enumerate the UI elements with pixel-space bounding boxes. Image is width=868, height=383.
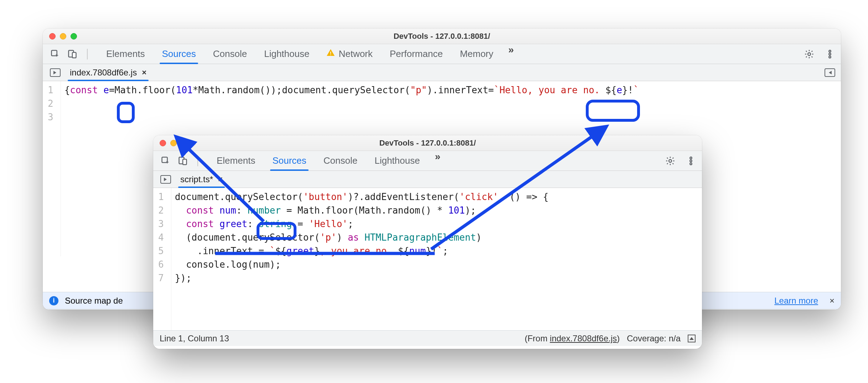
tab-lighthouse[interactable]: Lighthouse (366, 151, 428, 170)
svg-point-12 (669, 159, 672, 162)
file-tabbar-front: script.ts* × (153, 171, 702, 188)
infobar-text: Source map de (65, 296, 123, 306)
svg-point-6 (829, 50, 831, 52)
gutter: 1 2 3 4 5 6 7 (153, 188, 171, 330)
traffic-min-icon[interactable] (170, 140, 177, 146)
close-file-icon[interactable]: × (142, 68, 146, 77)
file-tabbar-back: index.7808df6e.js × (43, 64, 841, 81)
settings-icon[interactable] (665, 156, 676, 166)
infobar-close-icon[interactable]: × (830, 296, 835, 306)
svg-point-15 (690, 163, 692, 164)
window-title: DevTools - 127.0.0.1:8081/ (153, 138, 702, 148)
file-tab-indexjs[interactable]: index.7808df6e.js × (68, 64, 148, 81)
code-content-front[interactable]: document.querySelector('button')?.addEve… (171, 188, 552, 330)
traffic-zoom-icon[interactable] (181, 140, 187, 146)
svg-point-8 (829, 56, 831, 58)
more-tabs-icon[interactable]: » (502, 44, 519, 64)
from-link[interactable]: index.7808df6e.js (550, 334, 617, 343)
navigator-toggle-icon[interactable] (160, 175, 171, 184)
tab-console[interactable]: Console (205, 44, 255, 64)
svg-point-7 (829, 53, 831, 55)
var-num: num (219, 205, 236, 216)
tab-console[interactable]: Console (315, 151, 366, 170)
tab-sources[interactable]: Sources (153, 44, 204, 64)
console-drawer-toggle-icon[interactable] (688, 335, 696, 342)
traffic-close-icon[interactable] (49, 33, 56, 40)
svg-rect-3 (330, 52, 331, 54)
warning-icon (326, 48, 335, 59)
window-title: DevTools - 127.0.0.1:8081/ (43, 32, 841, 41)
tab-elements[interactable]: Elements (98, 44, 153, 64)
info-icon: i (49, 296, 58, 305)
devtools-tabbar-front: Elements Sources Console Lighthouse » (153, 151, 702, 171)
code-editor-front[interactable]: 1 2 3 4 5 6 7 document.querySelector('bu… (153, 188, 702, 330)
cursor-position: Line 1, Column 13 (160, 334, 229, 343)
more-tabs-icon[interactable]: » (428, 151, 445, 170)
tab-elements[interactable]: Elements (208, 151, 264, 170)
traffic-zoom-icon[interactable] (71, 33, 77, 40)
tab-sources[interactable]: Sources (264, 151, 315, 170)
gutter: 1 2 3 (43, 81, 61, 256)
tab-network[interactable]: Network (318, 44, 381, 64)
var-e: e (103, 85, 109, 95)
kebab-icon[interactable] (686, 156, 696, 166)
coverage-label: Coverage: n/a (627, 334, 681, 343)
learn-more-link[interactable]: Learn more (774, 296, 818, 306)
statusbar-front: Line 1, Column 13 (From index.7808df6e.j… (153, 330, 702, 346)
file-tab-scriptts[interactable]: script.ts* × (179, 171, 224, 188)
file-tab-label: index.7808df6e.js (70, 68, 137, 78)
tab-memory[interactable]: Memory (451, 44, 502, 64)
devtools-window-front: DevTools - 127.0.0.1:8081/ Elements Sour… (153, 135, 702, 349)
inspect-icon[interactable] (160, 156, 171, 166)
file-tab-label: script.ts* (180, 174, 213, 184)
traffic-close-icon[interactable] (160, 140, 166, 146)
str-hello-back: Hello, (500, 85, 533, 95)
traffic-min-icon[interactable] (60, 33, 66, 40)
tab-lighthouse[interactable]: Lighthouse (255, 44, 318, 64)
svg-point-14 (690, 160, 692, 162)
close-file-icon[interactable]: × (218, 175, 223, 184)
tab-performance[interactable]: Performance (381, 44, 451, 64)
svg-point-13 (690, 157, 692, 159)
navigator-toggle-icon[interactable] (50, 68, 61, 77)
kebab-icon[interactable] (825, 49, 835, 59)
svg-rect-4 (330, 54, 331, 55)
devtools-tabbar-back: Elements Sources Console Lighthouse Netw… (43, 44, 841, 64)
device-toggle-icon[interactable] (177, 156, 188, 166)
settings-icon[interactable] (804, 49, 815, 59)
inspect-icon[interactable] (50, 49, 61, 59)
svg-rect-2 (72, 52, 76, 58)
svg-rect-11 (183, 159, 187, 164)
titlebar-back[interactable]: DevTools - 127.0.0.1:8081/ (43, 28, 841, 44)
device-toggle-icon[interactable] (67, 49, 78, 59)
sidebar-toggle-icon[interactable] (825, 68, 835, 77)
titlebar-front[interactable]: DevTools - 127.0.0.1:8081/ (153, 135, 702, 151)
svg-point-5 (808, 53, 811, 56)
